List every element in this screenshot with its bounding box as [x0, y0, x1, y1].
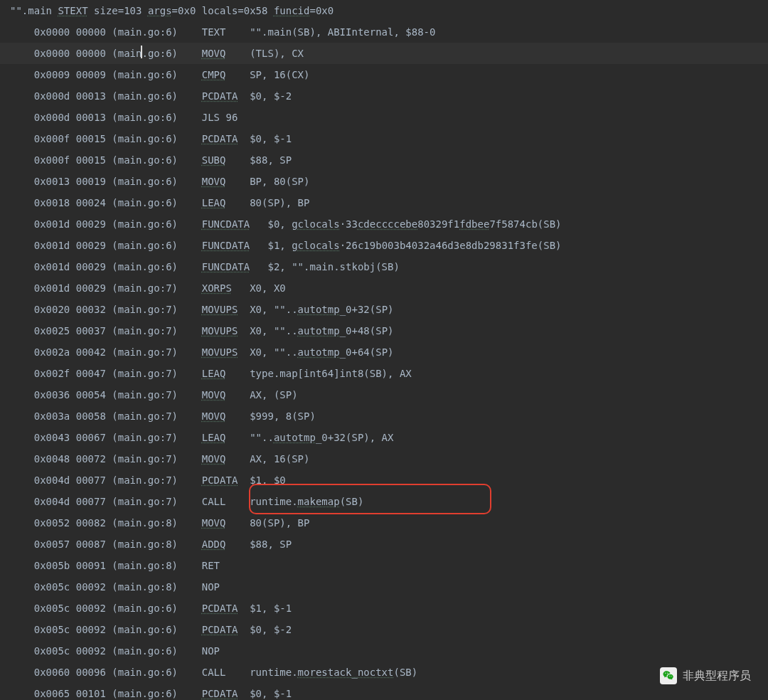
asm-line[interactable]: 0x0025 00037 (main.go:7) MOVUPS X0, ""..… — [0, 320, 768, 341]
asm-line[interactable]: 0x000f 00015 (main.go:6) PCDATA $0, $-1 — [0, 128, 768, 149]
asm-line[interactable]: 0x005c 00092 (main.go:6) NOP — [0, 640, 768, 662]
asm-line[interactable]: 0x0036 00054 (main.go:7) MOVQ AX, (SP) — [0, 384, 768, 405]
asm-line[interactable]: 0x000d 00013 (main.go:6) JLS 96 — [0, 107, 768, 128]
asm-line[interactable]: 0x005c 00092 (main.go:6) PCDATA $0, $-2 — [0, 619, 768, 640]
asm-line[interactable]: 0x0000 00000 (main.go:6) TEXT "".main(SB… — [0, 21, 768, 43]
asm-line[interactable]: 0x004d 00077 (main.go:7) PCDATA $1, $0 — [0, 470, 768, 491]
asm-header-line[interactable]: "".main STEXT size=103 args=0x0 locals=0… — [0, 0, 768, 21]
assembly-editor[interactable]: "".main STEXT size=103 args=0x0 locals=0… — [0, 0, 768, 700]
asm-line[interactable]: 0x005c 00092 (main.go:6) PCDATA $1, $-1 — [0, 598, 768, 619]
asm-line[interactable]: 0x0009 00009 (main.go:6) CMPQ SP, 16(CX) — [0, 64, 768, 85]
asm-line[interactable]: 0x001d 00029 (main.go:6) FUNCDATA $0, gc… — [0, 213, 768, 235]
asm-line[interactable]: 0x0048 00072 (main.go:7) MOVQ AX, 16(SP) — [0, 448, 768, 470]
asm-line[interactable]: 0x001d 00029 (main.go:7) XORPS X0, X0 — [0, 277, 768, 299]
asm-line[interactable]: 0x0052 00082 (main.go:8) MOVQ 80(SP), BP — [0, 512, 768, 534]
asm-line[interactable]: 0x0057 00087 (main.go:8) ADDQ $88, SP — [0, 534, 768, 555]
watermark: 非典型程序员 — [660, 667, 751, 684]
asm-line[interactable]: 0x001d 00029 (main.go:6) FUNCDATA $2, ""… — [0, 256, 768, 277]
asm-line[interactable]: 0x0000 00000 (main.go:6) MOVQ (TLS), CX — [0, 43, 768, 64]
asm-line[interactable]: 0x002a 00042 (main.go:7) MOVUPS X0, ""..… — [0, 341, 768, 363]
asm-line[interactable]: 0x000f 00015 (main.go:6) SUBQ $88, SP — [0, 149, 768, 171]
asm-line[interactable]: 0x005b 00091 (main.go:8) RET — [0, 555, 768, 576]
asm-line[interactable]: 0x0018 00024 (main.go:6) LEAQ 80(SP), BP — [0, 192, 768, 213]
asm-line[interactable]: 0x0065 00101 (main.go:6) PCDATA $0, $-1 — [0, 683, 768, 700]
asm-line[interactable]: 0x0013 00019 (main.go:6) MOVQ BP, 80(SP) — [0, 171, 768, 192]
asm-line[interactable]: 0x004d 00077 (main.go:7) CALL runtime.ma… — [0, 491, 768, 512]
watermark-text: 非典型程序员 — [683, 669, 751, 684]
asm-line[interactable]: 0x003a 00058 (main.go:7) MOVQ $999, 8(SP… — [0, 405, 768, 427]
asm-line[interactable]: 0x0060 00096 (main.go:6) CALL runtime.mo… — [0, 662, 768, 683]
asm-line[interactable]: 0x005c 00092 (main.go:8) NOP — [0, 576, 768, 598]
asm-line[interactable]: 0x002f 00047 (main.go:7) LEAQ type.map[i… — [0, 363, 768, 384]
asm-line[interactable]: 0x000d 00013 (main.go:6) PCDATA $0, $-2 — [0, 85, 768, 107]
asm-line[interactable]: 0x001d 00029 (main.go:6) FUNCDATA $1, gc… — [0, 235, 768, 256]
wechat-icon — [660, 667, 677, 684]
asm-line[interactable]: 0x0043 00067 (main.go:7) LEAQ ""..autotm… — [0, 427, 768, 448]
asm-line[interactable]: 0x0020 00032 (main.go:7) MOVUPS X0, ""..… — [0, 299, 768, 320]
